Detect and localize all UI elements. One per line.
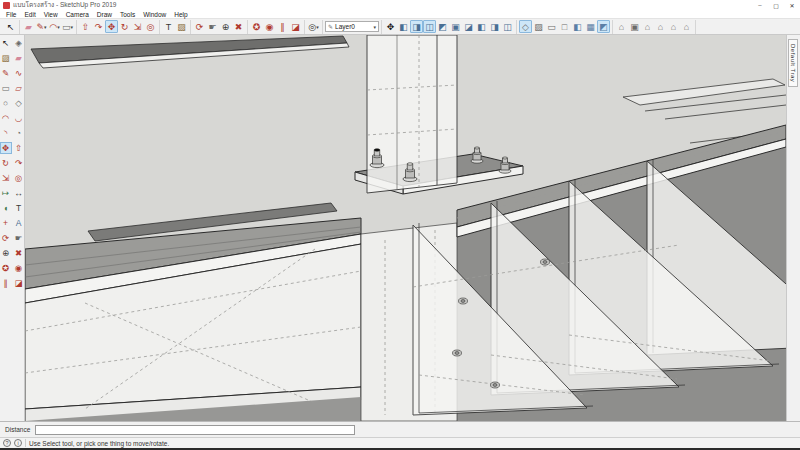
orbit[interactable]: ⟳: [0, 232, 12, 244]
push-pull-tool[interactable]: ⇧: [79, 20, 92, 33]
right-view[interactable]: ⌂: [654, 20, 667, 33]
info-icon[interactable]: i: [14, 439, 22, 447]
help-icon[interactable]: ?: [3, 439, 11, 447]
zoom-tool[interactable]: ⊕: [219, 20, 232, 33]
viewport-3d[interactable]: [25, 35, 786, 421]
offset[interactable]: ◎: [13, 172, 25, 184]
follow-me[interactable]: ↷: [13, 157, 25, 169]
axes[interactable]: +: [0, 217, 12, 229]
arc[interactable]: ◠: [0, 112, 12, 124]
push-pull[interactable]: ⇧: [13, 142, 25, 154]
zoom-extents-tool[interactable]: ✖: [232, 20, 245, 33]
look-around[interactable]: ◉: [13, 262, 25, 274]
menu-window[interactable]: Window: [139, 11, 170, 18]
rotated-rectangle[interactable]: ▱: [13, 82, 25, 94]
close-button[interactable]: ✕: [784, 0, 800, 10]
paint-bucket[interactable]: ▨: [0, 52, 12, 64]
circle[interactable]: ○: [0, 97, 12, 109]
default-tray-tab[interactable]: Default Tray: [788, 39, 798, 87]
menu-file[interactable]: File: [2, 11, 20, 18]
paint-bucket-tool[interactable]: ▨: [175, 20, 188, 33]
shaded-style[interactable]: ◧: [571, 20, 584, 33]
chevron-down-icon[interactable]: ▾: [71, 24, 74, 30]
chevron-down-icon[interactable]: ▾: [316, 24, 319, 30]
cube-tool-7[interactable]: ◧: [475, 20, 488, 33]
back-view[interactable]: ⌂: [667, 20, 680, 33]
minimize-button[interactable]: –: [752, 0, 768, 10]
move-tool[interactable]: ✥: [105, 20, 118, 33]
menu-tools[interactable]: Tools: [116, 11, 139, 18]
3d-text[interactable]: A: [13, 217, 25, 229]
cube-tool-4[interactable]: ◩: [436, 20, 449, 33]
chevron-down-icon[interactable]: ▾: [44, 24, 47, 30]
move[interactable]: ✥: [0, 142, 12, 154]
look-around-tool[interactable]: ◉: [263, 20, 276, 33]
wireframe-style[interactable]: ▭: [545, 20, 558, 33]
dimension[interactable]: ↔: [13, 187, 25, 199]
hidden-line-style[interactable]: □: [558, 20, 571, 33]
cube-tool-6[interactable]: ◪: [462, 20, 475, 33]
model-canvas[interactable]: [25, 35, 786, 421]
rotate-tool[interactable]: ↻: [118, 20, 131, 33]
arc-tool[interactable]: ◠▾: [48, 20, 61, 33]
menu-help[interactable]: Help: [170, 11, 191, 18]
two-point-arc[interactable]: ◡: [13, 112, 25, 124]
walk[interactable]: ∥: [0, 277, 12, 289]
orbit-tool[interactable]: ⟳: [193, 20, 206, 33]
menu-draw[interactable]: Draw: [93, 11, 116, 18]
iso-view[interactable]: ⌂: [615, 20, 628, 33]
protractor[interactable]: ◖: [0, 202, 12, 214]
follow-me-tool[interactable]: ↷: [92, 20, 105, 33]
eraser-tool[interactable]: ▰: [22, 20, 35, 33]
scale-tool[interactable]: ⇲: [131, 20, 144, 33]
text-tool[interactable]: T: [162, 20, 175, 33]
avatar-menu[interactable]: ◎▾: [307, 20, 320, 33]
beam-left[interactable]: [25, 218, 361, 421]
menu-view[interactable]: View: [40, 11, 62, 18]
measurements-input[interactable]: [35, 425, 355, 435]
cube-tool-2[interactable]: ◨: [410, 20, 423, 33]
position-camera[interactable]: ✪: [0, 262, 12, 274]
three-point-arc[interactable]: ◝: [0, 127, 12, 139]
line[interactable]: ✎: [0, 67, 12, 79]
scale[interactable]: ⇲: [0, 172, 12, 184]
menu-camera[interactable]: Camera: [62, 11, 93, 18]
menu-edit[interactable]: Edit: [20, 11, 39, 18]
pan-tool[interactable]: ☛: [206, 20, 219, 33]
tape-measure[interactable]: ↦: [0, 187, 12, 199]
rectangle[interactable]: ▭: [0, 82, 12, 94]
interact-tool[interactable]: ✥: [384, 20, 397, 33]
freehand[interactable]: ∿: [13, 67, 25, 79]
textured-style[interactable]: ▦: [584, 20, 597, 33]
cube-tool-8[interactable]: ◨: [488, 20, 501, 33]
line-tool[interactable]: ✎▾: [35, 20, 48, 33]
chevron-down-icon[interactable]: ▾: [57, 24, 60, 30]
chevron-down-icon[interactable]: ▾: [374, 24, 377, 30]
top-view[interactable]: ▣: [628, 20, 641, 33]
offset-tool[interactable]: ◎: [144, 20, 157, 33]
cube-tool-1[interactable]: ◧: [397, 20, 410, 33]
walk-tool[interactable]: ∥: [276, 20, 289, 33]
eraser[interactable]: ▰: [13, 52, 25, 64]
section-plane[interactable]: ◪: [13, 277, 25, 289]
position-camera-tool[interactable]: ✪: [250, 20, 263, 33]
zoom[interactable]: ⊕: [0, 247, 12, 259]
cube-tool-9[interactable]: ◫: [501, 20, 514, 33]
shapes-tool[interactable]: ▭▾: [61, 20, 74, 33]
make-component[interactable]: ◈: [13, 37, 25, 49]
polygon[interactable]: ◇: [13, 97, 25, 109]
text[interactable]: T: [13, 202, 25, 214]
section-plane-tool[interactable]: ◪: [289, 20, 302, 33]
front-view[interactable]: ⌂: [641, 20, 654, 33]
xray-style[interactable]: ◇: [519, 20, 532, 33]
zoom-extents[interactable]: ✖: [13, 247, 25, 259]
rotate[interactable]: ↻: [0, 157, 12, 169]
select[interactable]: ↖: [0, 37, 12, 49]
back-edges-style[interactable]: ▨: [532, 20, 545, 33]
maximize-button[interactable]: ▢: [768, 0, 784, 10]
monochrome-style[interactable]: ◩: [597, 20, 610, 33]
cube-tool-3[interactable]: ◫: [423, 20, 436, 33]
cube-tool-5[interactable]: ▣: [449, 20, 462, 33]
layer-dropdown[interactable]: ✎Layer0▾: [325, 21, 379, 32]
pie[interactable]: ◔: [13, 127, 25, 139]
